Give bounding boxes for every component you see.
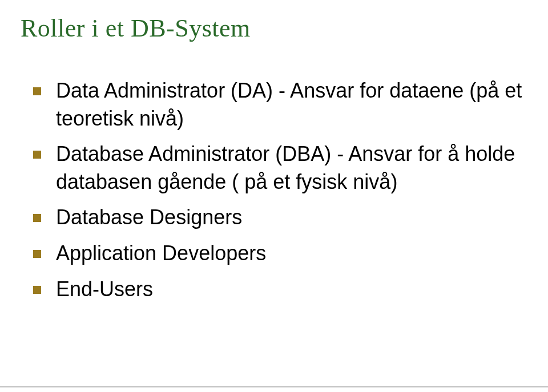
list-item: Data Administrator (DA) - Ansvar for dat…: [33, 77, 527, 132]
footer-divider: [0, 386, 548, 387]
slide-title: Roller i et DB-System: [21, 14, 527, 43]
list-item: End-Users: [33, 276, 527, 304]
list-item: Application Developers: [33, 240, 527, 268]
slide: Roller i et DB-System Data Administrator…: [0, 0, 548, 392]
list-item: Database Administrator (DBA) - Ansvar fo…: [33, 140, 527, 196]
bullet-list: Data Administrator (DA) - Ansvar for dat…: [21, 77, 527, 303]
list-item: Database Designers: [33, 204, 527, 232]
